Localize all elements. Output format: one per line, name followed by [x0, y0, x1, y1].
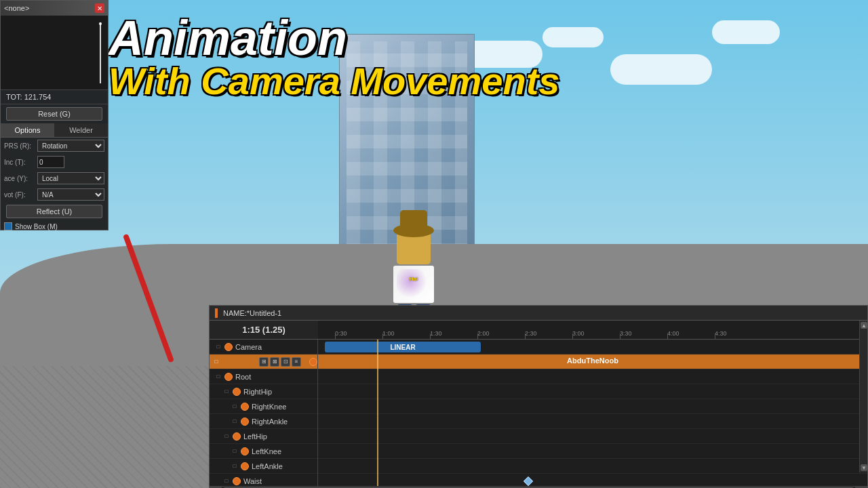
- track-label-rightknee: RightKnee: [252, 403, 286, 411]
- track-btn-1[interactable]: ⊞: [259, 357, 269, 367]
- prs-select[interactable]: Rotation Position Scale: [37, 140, 104, 152]
- track-bullet-special: [309, 358, 317, 366]
- anim-panel: NAME:*Untitled-1 1:15 (1.25) 0:30 1:00 1…: [209, 305, 868, 488]
- panel-title: <none>: [4, 4, 29, 12]
- expand-rightankle[interactable]: □: [231, 418, 238, 425]
- track-rightknee[interactable]: □ RightKnee: [210, 399, 317, 414]
- reflect-button[interactable]: Reflect (U): [6, 205, 102, 218]
- track-bullet-righthip: [233, 388, 241, 396]
- prs-row: PRS (R): Rotation Position Scale: [1, 138, 108, 154]
- ruler-mark-330: 3:30: [620, 330, 632, 337]
- track-special-buttons: ⊞ ⊠ ⊡ ≡: [259, 357, 301, 367]
- track-leftankle[interactable]: □ LeftAnkle: [210, 459, 317, 474]
- vscroll-down[interactable]: ▼: [861, 464, 867, 471]
- track-waist[interactable]: □ Waist: [210, 474, 317, 486]
- panel-close-button[interactable]: ✕: [95, 3, 104, 13]
- inc-row: Inc (T):: [1, 154, 108, 170]
- track-rightankle[interactable]: □ RightAnkle: [210, 414, 317, 429]
- ruler-tick-100: [382, 333, 383, 339]
- track-label-leftankle: LeftAnkle: [252, 462, 283, 470]
- timeline-waist: [318, 474, 867, 486]
- panel-graph: [1, 16, 108, 90]
- track-btn-3[interactable]: ⊡: [281, 357, 290, 367]
- ruler-tick-300: [572, 333, 573, 339]
- anim-titlebar: NAME:*Untitled-1: [210, 306, 867, 321]
- ruler-mark-100: 1:00: [382, 330, 395, 337]
- track-bullet-rightankle: [241, 418, 249, 426]
- ruler-tick-200: [477, 333, 478, 339]
- track-bullet-camera: [224, 343, 233, 351]
- ace-row: ace (Y): Local World: [1, 170, 108, 186]
- expand-lefthip[interactable]: □: [223, 433, 230, 440]
- waist-keyframe-diamond[interactable]: [524, 476, 533, 485]
- ruler-mark-230: 2:30: [525, 330, 537, 337]
- expand-rightknee[interactable]: □: [231, 403, 238, 410]
- track-righthip[interactable]: □ RightHip: [210, 384, 317, 399]
- track-root[interactable]: □ Root: [210, 369, 317, 384]
- timeline-leftknee: [318, 444, 867, 459]
- timeline-tracks[interactable]: LINEAR AbduTheNoob: [318, 340, 867, 486]
- timeline-rightknee: [318, 399, 867, 414]
- track-lefthip[interactable]: □ LeftHip: [210, 429, 317, 444]
- anim-name-label: NAME:*Untitled-1: [223, 309, 281, 317]
- timeline-camera-bar: LINEAR: [325, 342, 481, 352]
- left-panel: <none> ✕ TOT: 121.754 Reset (G) Options …: [0, 0, 108, 230]
- vot-row: vot (F): N/A: [1, 186, 108, 203]
- ruler-mark-200: 2:00: [477, 330, 490, 337]
- ruler-mark-030: 0:30: [335, 330, 347, 337]
- timeline-ruler[interactable]: 0:30 1:00 1:30 2:00 2:30 3:00 3:30 4:00 …: [318, 321, 867, 339]
- track-btn-2[interactable]: ⊠: [270, 357, 279, 367]
- track-bullet-root: [224, 373, 233, 381]
- track-camera[interactable]: □ Camera: [210, 340, 317, 354]
- inc-input[interactable]: [37, 156, 64, 168]
- inc-label: Inc (T):: [4, 159, 35, 166]
- vertical-scrollbar[interactable]: ▲ ▼: [859, 321, 867, 472]
- expand-leftankle[interactable]: □: [231, 463, 238, 470]
- ruler-tick-030: [335, 333, 336, 339]
- track-label-righthip: RightHip: [243, 388, 272, 396]
- timeline-camera: LINEAR: [318, 340, 867, 354]
- track-label-lefthip: LeftHip: [243, 432, 267, 441]
- timeline-rightankle: [318, 414, 867, 429]
- playhead: [377, 340, 378, 486]
- expand-special[interactable]: □: [213, 359, 220, 365]
- anim-content: □ Camera □ ⊞ ⊠ ⊡ ≡ □ Root: [210, 340, 867, 486]
- timeline-special: AbduTheNoob: [318, 354, 867, 369]
- timeline-root: [318, 369, 867, 384]
- track-leftknee[interactable]: □ LeftKnee: [210, 444, 317, 459]
- anim-title-indicator: [215, 308, 218, 318]
- expand-root[interactable]: □: [215, 373, 222, 380]
- showbox-row: Show Box (M): [1, 220, 108, 232]
- ruler-mark-430: 4:30: [715, 330, 727, 337]
- title-line1: Animation: [108, 14, 559, 62]
- track-bullet-leftknee: [241, 447, 249, 455]
- ace-select[interactable]: Local World: [37, 172, 104, 184]
- vscroll-up[interactable]: ▲: [861, 322, 867, 329]
- char-body: Hai: [393, 266, 434, 303]
- graph-dot: [99, 22, 102, 25]
- tab-welder[interactable]: Welder: [54, 123, 108, 137]
- track-bullet-leftankle: [241, 462, 249, 470]
- char-body-design: [397, 269, 431, 300]
- track-bullet-rightknee: [241, 403, 249, 411]
- ruler-tick-130: [430, 333, 431, 339]
- expand-waist[interactable]: □: [223, 478, 230, 485]
- showbox-checkbox[interactable]: [4, 222, 12, 230]
- track-special: □ ⊞ ⊠ ⊡ ≡: [210, 354, 317, 369]
- prs-label: PRS (R):: [4, 142, 35, 150]
- expand-leftknee[interactable]: □: [231, 448, 238, 455]
- tab-options[interactable]: Options: [1, 123, 54, 137]
- vot-select[interactable]: N/A: [37, 188, 104, 201]
- graph-line: [100, 22, 101, 83]
- expand-righthip[interactable]: □: [223, 388, 230, 395]
- char-shirt-text: Hai: [410, 276, 418, 282]
- char-hat: [393, 224, 434, 237]
- char-head: [397, 230, 431, 264]
- showbox-label: Show Box (M): [15, 223, 58, 230]
- track-bullet-lefthip: [233, 432, 241, 441]
- expand-camera[interactable]: □: [215, 344, 222, 350]
- reset-button[interactable]: Reset (G): [6, 107, 102, 121]
- ruler-tick-230: [525, 333, 526, 339]
- cloud-3: [610, 54, 712, 85]
- track-btn-4[interactable]: ≡: [292, 357, 301, 367]
